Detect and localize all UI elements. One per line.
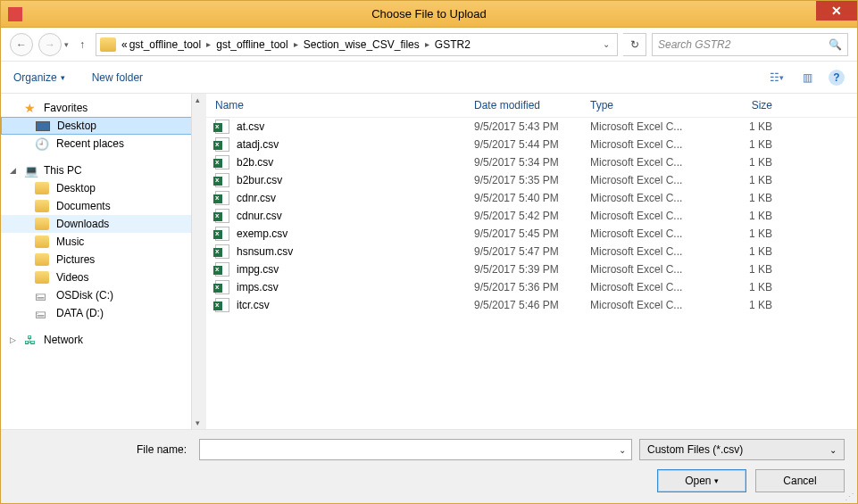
file-row[interactable]: impg.csv9/5/2017 5:39 PMMicrosoft Excel … <box>206 260 857 278</box>
titlebar: Choose File to Upload ✕ <box>1 1 857 28</box>
help-button[interactable]: ? <box>829 70 845 86</box>
sidebar-item-videos[interactable]: Videos <box>1 269 206 286</box>
folder-icon <box>35 182 49 194</box>
file-row[interactable]: imps.csv9/5/2017 5:36 PMMicrosoft Excel … <box>206 278 857 296</box>
file-name: exemp.csv <box>237 227 287 240</box>
file-row[interactable]: itcr.csv9/5/2017 5:46 PMMicrosoft Excel … <box>206 296 857 314</box>
breadcrumb-seg[interactable]: GSTR2 <box>435 38 471 51</box>
dialog-footer: File name: ⌄ Custom Files (*.csv) ⌄ Open… <box>1 429 857 503</box>
file-type: Microsoft Excel C... <box>590 263 715 276</box>
excel-file-icon <box>215 298 229 312</box>
pc-icon: 💻 <box>24 164 38 177</box>
drive-icon: 🖴 <box>35 289 49 302</box>
file-size: 1 KB <box>715 263 787 276</box>
file-name: at.csv <box>237 120 264 133</box>
sidebar-item-music[interactable]: Music <box>1 233 206 251</box>
open-button[interactable]: Open ▾ <box>657 469 746 492</box>
excel-file-icon <box>215 137 229 152</box>
chevron-right-icon: ▸ <box>421 39 433 49</box>
file-type: Microsoft Excel C... <box>590 281 715 293</box>
new-folder-button[interactable]: New folder <box>92 71 143 84</box>
search-input[interactable]: Search GSTR2 🔍 <box>652 33 848 56</box>
column-header-row: Name Date modified Type Size <box>206 94 857 118</box>
file-date: 9/5/2017 5:35 PM <box>474 174 590 186</box>
sidebar-item-documents[interactable]: Documents <box>1 197 206 215</box>
filename-input[interactable]: ⌄ <box>199 439 632 460</box>
file-size: 1 KB <box>715 281 787 293</box>
file-type-filter[interactable]: Custom Files (*.csv) ⌄ <box>639 439 845 460</box>
column-header-name[interactable]: Name <box>215 99 474 112</box>
breadcrumb-seg[interactable]: gst_offline_tool <box>216 38 288 51</box>
close-button[interactable]: ✕ <box>816 1 857 21</box>
file-type: Microsoft Excel C... <box>590 120 715 133</box>
breadcrumb[interactable]: « gst_offline_tool▸ gst_offline_tool▸ Se… <box>96 33 618 56</box>
sidebar-scrollbar[interactable] <box>191 94 206 429</box>
sidebar-item-desktop2[interactable]: Desktop <box>1 179 206 197</box>
preview-pane-button[interactable]: ▥ <box>798 70 816 86</box>
file-row[interactable]: b2bur.csv9/5/2017 5:35 PMMicrosoft Excel… <box>206 171 857 189</box>
file-row[interactable]: cdnr.csv9/5/2017 5:40 PMMicrosoft Excel … <box>206 189 857 207</box>
file-size: 1 KB <box>715 227 787 240</box>
breadcrumb-seg[interactable]: gst_offline_tool <box>129 38 202 51</box>
excel-file-icon <box>215 120 229 134</box>
history-dropdown-icon[interactable]: ▾ <box>64 40 69 49</box>
sidebar-thispc[interactable]: ◢ 💻 This PC <box>1 161 206 179</box>
file-name: hsnsum.csv <box>237 245 293 258</box>
file-date: 9/5/2017 5:34 PM <box>474 156 590 169</box>
sidebar-item-pictures[interactable]: Pictures <box>1 251 206 269</box>
cancel-button[interactable]: Cancel <box>755 469 845 492</box>
breadcrumb-dropdown-icon[interactable]: ⌄ <box>603 39 613 49</box>
breadcrumb-prefix: « <box>121 38 128 51</box>
sidebar-item-label: DATA (D:) <box>56 307 104 319</box>
file-name: cdnur.csv <box>237 210 282 222</box>
column-header-type[interactable]: Type <box>590 99 715 112</box>
organize-menu[interactable]: Organize▾ <box>13 71 65 84</box>
sidebar-item-desktop[interactable]: Desktop <box>1 117 206 135</box>
file-row[interactable]: b2b.csv9/5/2017 5:34 PMMicrosoft Excel C… <box>206 153 857 171</box>
file-type: Microsoft Excel C... <box>590 156 715 169</box>
file-row[interactable]: cdnur.csv9/5/2017 5:42 PMMicrosoft Excel… <box>206 207 857 225</box>
refresh-button[interactable]: ↻ <box>623 33 646 56</box>
app-icon <box>8 7 22 21</box>
column-header-size[interactable]: Size <box>715 99 787 112</box>
file-row[interactable]: atadj.csv9/5/2017 5:44 PMMicrosoft Excel… <box>206 136 857 153</box>
chevron-down-icon: ⌄ <box>619 445 626 455</box>
sidebar-item-osdisk[interactable]: 🖴OSDisk (C:) <box>1 286 206 304</box>
file-row[interactable]: exemp.csv9/5/2017 5:45 PMMicrosoft Excel… <box>206 225 857 243</box>
sidebar-favorites[interactable]: ★ Favorites <box>1 99 206 117</box>
file-date: 9/5/2017 5:46 PM <box>474 299 590 311</box>
excel-file-icon <box>215 244 229 259</box>
folder-icon <box>35 271 49 284</box>
sidebar-network[interactable]: ▷ 🖧 Network <box>1 331 206 349</box>
view-options-button[interactable]: ☷ ▾ <box>768 70 786 86</box>
sidebar-item-label: Pictures <box>56 253 95 266</box>
nav-bar: ← → ▾ ↑ « gst_offline_tool▸ gst_offline_… <box>1 28 857 62</box>
sidebar-item-data[interactable]: 🖴DATA (D:) <box>1 304 206 322</box>
up-button[interactable]: ↑ <box>74 37 90 53</box>
breadcrumb-seg[interactable]: Section_wise_CSV_files <box>304 38 420 51</box>
sidebar-item-downloads[interactable]: Downloads <box>1 215 206 233</box>
file-size: 1 KB <box>715 138 787 151</box>
file-row[interactable]: at.csv9/5/2017 5:43 PMMicrosoft Excel C.… <box>206 118 857 136</box>
chevron-down-icon: ▾ <box>61 73 65 82</box>
file-dialog-window: Choose File to Upload ✕ ← → ▾ ↑ « gst_of… <box>0 0 858 504</box>
excel-file-icon <box>215 227 229 241</box>
sidebar-item-label: This PC <box>44 164 82 177</box>
filter-label: Custom Files (*.csv) <box>647 443 743 456</box>
forward-button[interactable]: → <box>38 33 62 56</box>
file-date: 9/5/2017 5:47 PM <box>474 245 590 258</box>
file-size: 1 KB <box>715 192 787 204</box>
file-type: Microsoft Excel C... <box>590 245 715 258</box>
file-row[interactable]: hsnsum.csv9/5/2017 5:47 PMMicrosoft Exce… <box>206 243 857 260</box>
desktop-icon <box>36 121 50 131</box>
file-date: 9/5/2017 5:36 PM <box>474 281 590 293</box>
back-button[interactable]: ← <box>10 33 33 56</box>
file-date: 9/5/2017 5:45 PM <box>474 227 590 240</box>
file-size: 1 KB <box>715 156 787 169</box>
column-header-date[interactable]: Date modified <box>474 99 590 112</box>
chevron-right-icon: ▸ <box>203 39 214 49</box>
file-type: Microsoft Excel C... <box>590 299 715 311</box>
folder-icon <box>35 253 49 266</box>
search-icon: 🔍 <box>829 38 842 51</box>
sidebar-item-recent[interactable]: 🕘 Recent places <box>1 135 206 153</box>
